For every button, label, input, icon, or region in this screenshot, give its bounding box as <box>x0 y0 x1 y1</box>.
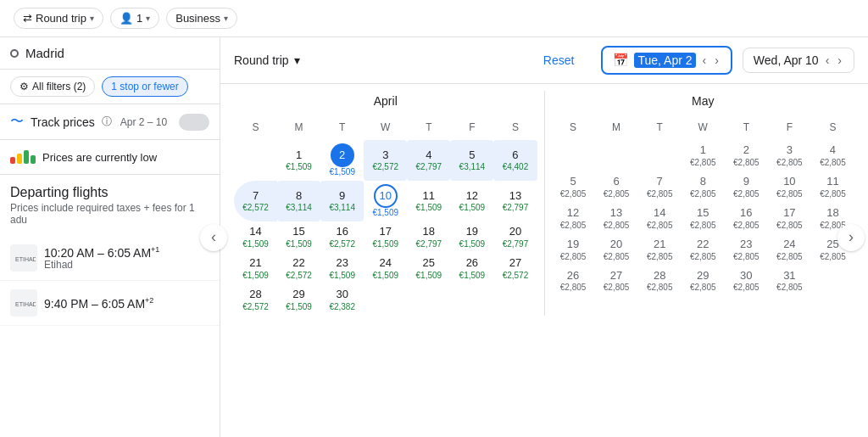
april-cell-25[interactable]: 25€1,509 <box>407 253 450 284</box>
calendar-trip-selector[interactable]: Round trip ▾ <box>234 53 300 67</box>
april-cell-26[interactable]: 26€1,509 <box>450 253 493 284</box>
calendar-trip-label: Round trip <box>234 53 289 67</box>
may-cell-27[interactable]: 27€2,805 <box>595 266 638 297</box>
april-title: April <box>234 91 537 111</box>
april-cell-21[interactable]: 21€1,509 <box>234 253 277 284</box>
may-cell-23[interactable]: 23€2,805 <box>725 234 768 266</box>
passengers-selector[interactable]: 👤 1 ▾ <box>110 8 159 29</box>
may-cell-9[interactable]: 9€2,805 <box>725 171 768 203</box>
april-cell-6[interactable]: 6€4,402 <box>493 140 537 181</box>
flight-item-2[interactable]: ETIHAD 9:40 PM – 6:05 AM+2 <box>0 281 220 326</box>
may-cell-1[interactable]: 1€2,805 <box>682 140 725 171</box>
april-cell-22[interactable]: 22€2,572 <box>277 253 320 284</box>
may-dow-3: W <box>682 118 725 137</box>
april-cell-2-selected[interactable]: 2€1,509 <box>320 140 364 181</box>
may-dow-4: T <box>725 118 768 137</box>
stop-filter-button[interactable]: 1 stop or fewer <box>102 76 187 97</box>
april-cell-17[interactable]: 17€1,509 <box>364 221 407 253</box>
april-cell-4[interactable]: 4€2,797 <box>407 140 450 181</box>
person-icon: 👤 <box>120 12 133 25</box>
may-cell-31[interactable]: 31€2,805 <box>768 266 811 297</box>
may-cell-29[interactable]: 29€2,805 <box>682 266 725 297</box>
class-selector[interactable]: Business ▾ <box>166 8 237 29</box>
april-cell-30[interactable]: 30€2,382 <box>320 284 364 316</box>
may-cell-17[interactable]: 17€2,805 <box>768 203 811 234</box>
stop-filter-label: 1 stop or fewer <box>111 81 178 92</box>
may-cell-empty-1 <box>552 140 595 171</box>
may-cell-7[interactable]: 7€2,805 <box>638 171 682 203</box>
track-prices-toggle[interactable] <box>179 114 209 131</box>
left-panel-chevron[interactable]: ‹ <box>200 224 227 251</box>
right-panel-chevron[interactable]: › <box>837 224 865 251</box>
april-cell-11[interactable]: 11€1,509 <box>407 181 450 221</box>
may-title: May <box>552 91 855 111</box>
may-cell-5[interactable]: 5€2,805 <box>552 171 595 203</box>
may-cell-26[interactable]: 26€2,805 <box>552 266 595 297</box>
april-cell-empty-4 <box>450 284 493 316</box>
calendar-topbar: Round trip ▾ Reset 📅 Tue, Apr 2 ‹ › Wed,… <box>220 37 868 84</box>
april-cell-16[interactable]: 16€2,572 <box>320 221 364 253</box>
april-cell-20[interactable]: 20€2,797 <box>493 221 537 253</box>
all-filters-button[interactable]: ⚙ All filters (2) <box>10 76 95 97</box>
departing-subtitle: Prices include required taxes + fees for… <box>10 202 209 226</box>
may-cell-22[interactable]: 22€2,805 <box>682 234 725 266</box>
may-week-5: 26€2,805 27€2,805 28€2,805 29€2,805 30€2… <box>552 266 855 297</box>
may-cell-28[interactable]: 28€2,805 <box>638 266 682 297</box>
april-cell-19[interactable]: 19€1,509 <box>450 221 493 253</box>
april-cell-9[interactable]: 9€3,114 <box>320 181 364 221</box>
may-cell-16[interactable]: 16€2,805 <box>725 203 768 234</box>
return-date-button[interactable]: Wed, Apr 10 ‹ › <box>743 48 854 73</box>
april-cell-29[interactable]: 29€1,509 <box>277 284 320 316</box>
may-cell-10[interactable]: 10€2,805 <box>768 171 811 203</box>
april-cell-23[interactable]: 23€1,509 <box>320 253 364 284</box>
april-cell-3[interactable]: 3€2,572 <box>364 140 407 181</box>
may-cell-12[interactable]: 12€2,805 <box>552 203 595 234</box>
calendar-reset-button[interactable]: Reset <box>543 53 575 67</box>
april-cell-10-circle[interactable]: 10€1,509 <box>364 181 407 221</box>
departure-date-button[interactable]: 📅 Tue, Apr 2 ‹ › <box>601 46 732 75</box>
may-cell-13[interactable]: 13€2,805 <box>595 203 638 234</box>
class-label: Business <box>175 12 220 25</box>
may-week-2: 5€2,805 6€2,805 7€2,805 8€2,805 9€2,805 … <box>552 171 855 203</box>
calendar-trip-chevron: ▾ <box>294 53 300 67</box>
return-date-next[interactable]: › <box>836 53 843 67</box>
may-cell-4[interactable]: 4€2,805 <box>811 140 854 171</box>
april-cell-24[interactable]: 24€1,509 <box>364 253 407 284</box>
april-cell-18[interactable]: 18€2,797 <box>407 221 450 253</box>
flight-1-info: 10:20 AM – 6:05 AM+1 Etihad <box>44 245 209 272</box>
may-cell-11[interactable]: 11€2,805 <box>811 171 854 203</box>
flight-item[interactable]: ETIHAD 10:20 AM – 6:05 AM+1 Etihad <box>0 236 220 281</box>
may-cell-6[interactable]: 6€2,805 <box>595 171 638 203</box>
april-cell-13[interactable]: 13€2,797 <box>493 181 537 221</box>
may-cell-19[interactable]: 19€2,805 <box>552 234 595 266</box>
may-week-1: 1€2,805 2€2,805 3€2,805 4€2,805 <box>552 140 855 171</box>
may-cell-30[interactable]: 30€2,805 <box>725 266 768 297</box>
april-cell-27[interactable]: 27€2,572 <box>493 253 537 284</box>
flight-1-airline: Etihad <box>44 259 209 271</box>
return-date-prev[interactable]: ‹ <box>824 53 832 67</box>
may-cell-24[interactable]: 24€2,805 <box>768 234 811 266</box>
may-cell-14[interactable]: 14€2,805 <box>638 203 682 234</box>
may-cell-2[interactable]: 2€2,805 <box>725 140 768 171</box>
april-cell-7[interactable]: 7€2,572 <box>234 181 277 221</box>
departure-date-prev[interactable]: ‹ <box>701 53 709 67</box>
april-cell-12[interactable]: 12€1,509 <box>450 181 493 221</box>
april-cell-5[interactable]: 5€3,114 <box>450 140 493 181</box>
may-calendar: May S M T W T F S 1€2,805 2€2,805 <box>552 91 855 316</box>
april-cell-15[interactable]: 15€1,509 <box>277 221 320 253</box>
chevron-right-icon: › <box>849 228 854 246</box>
april-cell-14[interactable]: 14€1,509 <box>234 221 277 253</box>
trip-type-chevron: ▾ <box>90 14 94 23</box>
departure-date-next[interactable]: › <box>713 53 721 67</box>
april-cell-28[interactable]: 28€2,572 <box>234 284 277 316</box>
may-cell-3[interactable]: 3€2,805 <box>768 140 811 171</box>
may-cell-21[interactable]: 21€2,805 <box>638 234 682 266</box>
april-cell-1[interactable]: 1€1,509 <box>277 140 320 181</box>
may-cell-15[interactable]: 15€2,805 <box>682 203 725 234</box>
april-cell-8[interactable]: 8€3,114 <box>277 181 320 221</box>
may-cell-20[interactable]: 20€2,805 <box>595 234 638 266</box>
chevron-left-icon: ‹ <box>211 228 216 246</box>
trip-type-selector[interactable]: ⇄ Round trip ▾ <box>14 8 103 29</box>
left-panel: Madrid ⚙ All filters (2) 1 stop or fewer… <box>0 37 220 437</box>
may-cell-8[interactable]: 8€2,805 <box>682 171 725 203</box>
